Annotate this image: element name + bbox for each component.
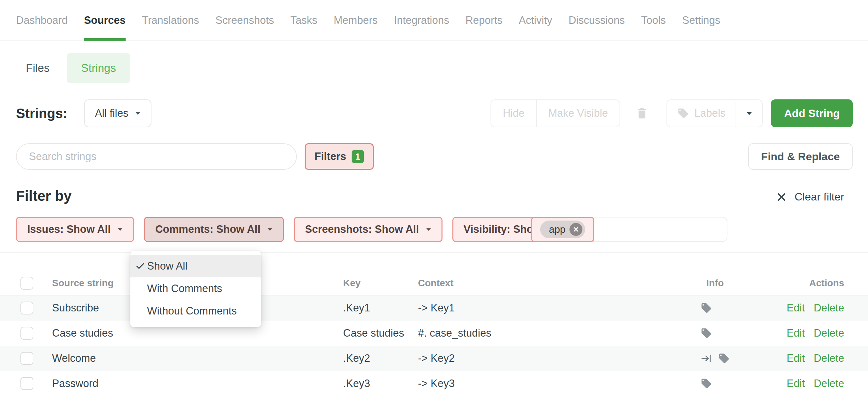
filter-issues-label: Issues: Show All (27, 223, 111, 236)
edit-link[interactable]: Edit (787, 327, 805, 339)
chevron-down-icon (135, 112, 140, 115)
add-string-button[interactable]: Add String (771, 99, 853, 127)
nav-activity[interactable]: Activity (519, 0, 552, 41)
edit-link[interactable]: Edit (787, 302, 805, 314)
chevron-down-icon (426, 228, 431, 230)
make-visible-button[interactable]: Make Visible (536, 100, 620, 127)
tag-icon (701, 378, 712, 389)
delete-link[interactable]: Delete (814, 302, 844, 314)
edit-link[interactable]: Edit (787, 377, 805, 390)
table-row: Welcome .Key2 -> Key2 Edit Delete (0, 346, 868, 371)
tab-strings[interactable]: Strings (67, 53, 130, 83)
row-key: .Key1 (343, 302, 370, 314)
tag-icon (677, 108, 689, 119)
label-chip-container: app (531, 217, 594, 242)
row-context: -> Key3 (418, 377, 455, 390)
find-replace-button[interactable]: Find & Replace (748, 143, 853, 170)
filter-issues-dropdown[interactable]: Issues: Show All (16, 217, 134, 242)
header-context: Context (418, 278, 453, 289)
toolbar-actions: Hide Make Visible Labels Add S (491, 99, 853, 127)
header-key: Key (343, 278, 360, 289)
tag-icon (701, 302, 712, 314)
strings-page: Dashboard Sources Translations Screensho… (0, 0, 868, 404)
row-key: .Key3 (343, 377, 370, 390)
row-checkbox[interactable] (20, 352, 33, 365)
nav-settings[interactable]: Settings (682, 0, 720, 41)
menu-item-without-comments[interactable]: Without Comments (130, 300, 261, 322)
delete-link[interactable]: Delete (814, 377, 844, 390)
labels-filter-input[interactable]: app (531, 217, 727, 242)
menu-item-show-all[interactable]: Show All (130, 255, 261, 277)
filter-comments-dropdown[interactable]: Comments: Show All (144, 217, 284, 242)
nav-discussions[interactable]: Discussions (568, 0, 625, 41)
filters-count-badge: 1 (352, 150, 364, 163)
tag-icon (718, 353, 730, 364)
row-checkbox[interactable] (20, 327, 33, 340)
delete-link[interactable]: Delete (814, 327, 844, 339)
nav-dashboard[interactable]: Dashboard (16, 0, 68, 41)
labels-split-button: Labels (666, 99, 763, 127)
edit-link[interactable]: Edit (787, 352, 805, 365)
filters-button-label: Filters (315, 150, 346, 163)
nav-reports[interactable]: Reports (465, 0, 502, 41)
chevron-down-icon (118, 228, 123, 230)
menu-item-label: With Comments (147, 282, 222, 295)
trash-icon (635, 107, 649, 120)
filter-pills-row: Issues: Show All Comments: Show All Scre… (16, 217, 581, 242)
menu-item-with-comments[interactable]: With Comments (130, 277, 261, 300)
row-info (701, 353, 730, 364)
clear-filter-label: Clear filter (794, 191, 844, 203)
page-title: Strings: (16, 106, 67, 121)
strings-toolbar: Strings: All files Hide Make Visible L (16, 99, 853, 127)
chevron-down-icon (746, 112, 752, 115)
row-info (701, 302, 712, 314)
file-filter-dropdown[interactable]: All files (84, 99, 151, 127)
header-source-string: Source string (52, 278, 113, 289)
filter-comments-label: Comments: Show All (155, 223, 260, 236)
nav-translations[interactable]: Translations (142, 0, 199, 41)
max-length-icon (701, 353, 712, 364)
search-input[interactable] (16, 143, 297, 170)
chevron-down-icon (268, 228, 272, 230)
label-chip-text: app (549, 224, 565, 235)
visibility-button-group: Hide Make Visible (491, 99, 620, 127)
row-checkbox[interactable] (20, 377, 33, 390)
row-context: #. case_studies (418, 327, 491, 339)
row-key: Case studies (343, 327, 404, 339)
row-source-string: Subscribe (52, 302, 99, 314)
row-source-string: Case studies (52, 327, 113, 339)
delete-strings-button[interactable] (635, 107, 649, 120)
filter-screenshots-dropdown[interactable]: Screenshots: Show All (294, 217, 443, 242)
filter-screenshots-label: Screenshots: Show All (305, 223, 419, 236)
tab-files[interactable]: Files (26, 53, 50, 83)
nav-members[interactable]: Members (334, 0, 377, 41)
labels-dropdown-toggle[interactable] (736, 100, 762, 127)
nav-integrations[interactable]: Integrations (394, 0, 449, 41)
hide-button[interactable]: Hide (491, 100, 536, 127)
row-checkbox[interactable] (20, 302, 33, 314)
nav-tasks[interactable]: Tasks (290, 0, 317, 41)
header-info: Info (706, 278, 724, 289)
row-context: -> Key2 (418, 352, 455, 365)
nav-screenshots[interactable]: Screenshots (215, 0, 274, 41)
row-info (701, 327, 712, 339)
filters-button[interactable]: Filters 1 (305, 143, 374, 170)
labels-button[interactable]: Labels (667, 100, 736, 127)
clear-filter-button[interactable]: Clear filter (776, 191, 844, 203)
row-key: .Key2 (343, 352, 370, 365)
row-info (701, 378, 712, 389)
header-actions: Actions (809, 278, 844, 289)
nav-tools[interactable]: Tools (641, 0, 666, 41)
row-source-string: Welcome (52, 352, 96, 365)
select-all-checkbox[interactable] (20, 277, 33, 290)
close-icon (776, 192, 787, 203)
menu-item-label: Show All (147, 260, 188, 272)
labels-button-label: Labels (694, 107, 725, 119)
nav-sources[interactable]: Sources (84, 0, 126, 41)
comments-filter-menu: Show All With Comments Without Comments (130, 251, 261, 327)
filter-panel-title: Filter by (16, 188, 71, 204)
remove-label-button[interactable] (569, 223, 582, 236)
menu-item-label: Without Comments (147, 305, 237, 317)
delete-link[interactable]: Delete (814, 352, 844, 365)
search-row: Filters 1 Find & Replace (16, 143, 853, 170)
